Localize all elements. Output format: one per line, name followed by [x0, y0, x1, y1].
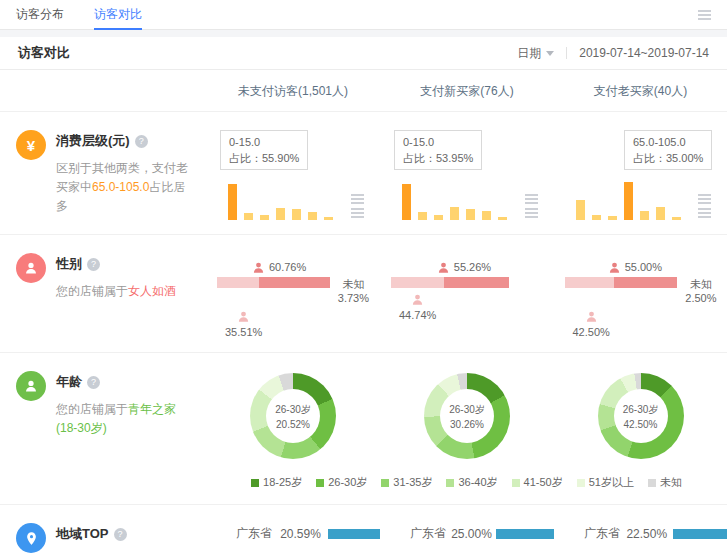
legend-item[interactable]: 18-25岁	[251, 475, 302, 490]
view-switch-icon[interactable]	[525, 194, 538, 204]
bar	[450, 207, 459, 220]
bar	[482, 211, 491, 220]
section-region-top: 地域TOP ? 您的访客聚集在广东省 广东省20.59%浙江省11.06% 广东…	[0, 504, 727, 553]
section-title: 消费层级(元)	[56, 132, 130, 150]
region-percent: 20.59%	[280, 527, 328, 541]
region-list-unpaid: 广东省20.59%浙江省11.06%	[206, 523, 380, 553]
bar	[608, 216, 617, 220]
view-switch-icon[interactable]	[698, 208, 711, 218]
legend-item[interactable]: 36-40岁	[446, 475, 497, 490]
bar	[656, 207, 665, 220]
bar-chart	[220, 180, 370, 220]
page-title: 访客对比	[18, 44, 70, 62]
gender-bar	[391, 277, 509, 288]
age-donut-old-buyers: 26-30岁42.50%	[554, 371, 727, 459]
region-name: 广东省	[410, 525, 451, 542]
legend-item[interactable]: 41-50岁	[512, 475, 563, 490]
female-percent: 60.76%	[269, 261, 306, 273]
female-segment	[614, 277, 678, 288]
legend-swatch	[648, 479, 656, 487]
region-row: 广东省20.59%	[236, 525, 380, 542]
section-title: 性别	[56, 255, 82, 273]
section-desc: 您的店铺属于青年之家(18-30岁)	[56, 400, 206, 438]
age-person-icon	[16, 371, 46, 401]
view-switch-icon[interactable]	[698, 194, 711, 204]
legend-item[interactable]: 26-30岁	[316, 475, 367, 490]
bar	[308, 212, 317, 220]
date-dropdown[interactable]: 日期	[517, 45, 554, 62]
section-consume-level: ¥ 消费层级(元) ? 区别于其他两类，支付老买家中65.0-105.0占比居多…	[0, 111, 727, 234]
bar-chart	[568, 180, 717, 220]
male-percent: 35.51%	[225, 310, 262, 338]
region-list-new-buyers: 广东省25.00%浙江省11.84%	[380, 523, 554, 553]
gender-chart-old-buyers: 55.00%未知2.50%42.50%	[554, 253, 727, 338]
section-title: 年龄	[56, 373, 82, 391]
bar	[434, 215, 443, 220]
age-donut-new-buyers: 26-30岁30.26%	[380, 371, 554, 459]
age-donut-unpaid: 26-30岁20.52%	[206, 371, 380, 459]
bar	[244, 213, 253, 220]
gender-bar	[217, 277, 330, 288]
gender-unknown: 未知2.50%	[685, 277, 716, 305]
bar	[292, 209, 301, 220]
tab-visitor-comparison[interactable]: 访客对比	[94, 0, 142, 29]
section-title: 地域TOP	[56, 525, 109, 543]
gender-bar	[565, 277, 678, 288]
female-segment	[444, 277, 509, 288]
help-icon[interactable]: ?	[114, 528, 127, 541]
gender-unknown: 未知3.73%	[338, 277, 369, 305]
person-icon	[237, 310, 250, 323]
consume-chart-new-buyers: 0-15.0 占比：53.95%	[380, 130, 554, 220]
panel-header: 访客对比 日期 2019-07-14~2019-07-14	[0, 37, 727, 70]
tab-visitor-distribution[interactable]: 访客分布	[16, 0, 64, 29]
section-desc: 您的店铺属于女人如酒	[56, 282, 192, 301]
bar	[228, 184, 237, 220]
help-icon[interactable]: ?	[87, 258, 100, 271]
view-switch-icon[interactable]	[351, 194, 364, 204]
legend-item[interactable]: 31-35岁	[381, 475, 432, 490]
date-range-picker[interactable]: 2019-07-14~2019-07-14	[579, 46, 709, 60]
help-icon[interactable]: ?	[87, 376, 100, 389]
column-header-new-buyers: 支付新买家(76人)	[380, 83, 554, 100]
age-donut: 26-30岁30.26%	[424, 373, 510, 459]
bar	[640, 211, 649, 220]
toolbar-menu-icon[interactable]	[698, 10, 711, 20]
age-label-cell: 年龄 ? 您的店铺属于青年之家(18-30岁)	[0, 371, 206, 459]
person-icon	[585, 310, 598, 323]
yuan-icon: ¥	[16, 130, 46, 160]
legend-swatch	[577, 479, 585, 487]
legend-item[interactable]: 未知	[648, 475, 682, 490]
consume-chart-old-buyers: 65.0-105.0 占比：35.00%	[554, 130, 727, 220]
bar	[498, 217, 507, 220]
page-gap	[0, 30, 727, 37]
location-pin-icon	[16, 523, 46, 553]
region-list-old-buyers: 广东省22.50%福建省10.00%	[554, 523, 727, 553]
region-name: 广东省	[584, 525, 626, 542]
person-icon	[608, 261, 621, 274]
region-bar	[496, 529, 554, 539]
bar	[418, 212, 427, 220]
bar	[276, 208, 285, 220]
view-switch-icon[interactable]	[351, 208, 364, 218]
legend-swatch	[446, 479, 454, 487]
chart-tooltip: 0-15.0 占比：55.90%	[220, 130, 308, 170]
bar	[624, 182, 633, 220]
male-segment	[391, 277, 444, 288]
legend-swatch	[381, 479, 389, 487]
person-icon	[411, 293, 424, 306]
region-label-cell: 地域TOP ? 您的访客聚集在广东省	[0, 523, 206, 553]
bar	[466, 209, 475, 220]
bar	[260, 215, 269, 220]
age-legend: 18-25岁26-30岁31-35岁36-40岁41-50岁51岁以上未知	[206, 475, 727, 490]
gender-chart-new-buyers: 55.26%44.74%	[380, 253, 554, 338]
legend-item[interactable]: 51岁以上	[577, 475, 634, 490]
age-donut: 26-30岁42.50%	[598, 373, 684, 459]
region-row: 广东省25.00%	[410, 525, 554, 542]
column-header-old-buyers: 支付老买家(40人)	[554, 83, 727, 100]
person-icon	[437, 261, 450, 274]
view-switch-icon[interactable]	[525, 208, 538, 218]
legend-swatch	[512, 479, 520, 487]
bar	[672, 217, 681, 220]
female-percent: 55.00%	[625, 261, 662, 273]
help-icon[interactable]: ?	[135, 135, 148, 148]
